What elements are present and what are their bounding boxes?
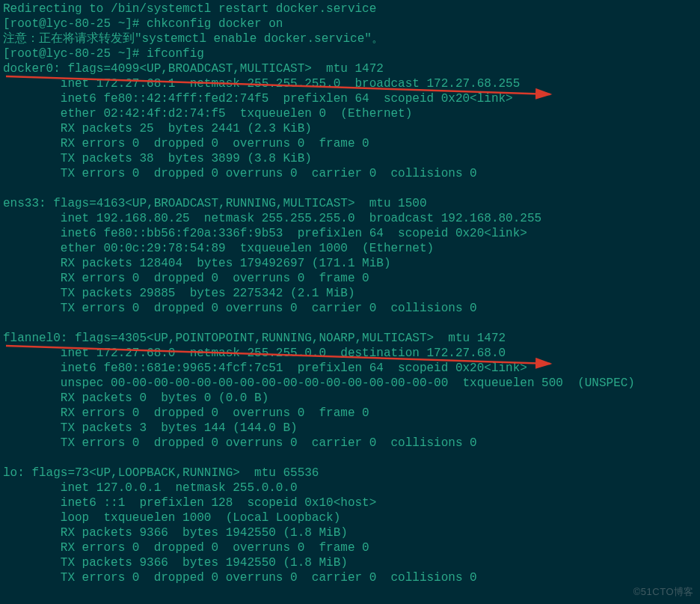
terminal-line	[3, 451, 697, 466]
terminal-line: RX errors 0 dropped 0 overruns 0 frame 0	[3, 406, 697, 421]
terminal-line: RX errors 0 dropped 0 overruns 0 frame 0	[3, 271, 697, 286]
terminal-line: inet 172.27.68.0 netmask 255.255.0.0 des…	[3, 346, 697, 361]
terminal-line: inet6 ::1 prefixlen 128 scopeid 0x10<hos…	[3, 495, 697, 510]
terminal-line: RX packets 0 bytes 0 (0.0 B)	[3, 391, 697, 406]
terminal-line: inet6 fe80::bb56:f20a:336f:9b53 prefixle…	[3, 226, 697, 241]
terminal-line: inet6 fe80::681e:9965:4fcf:7c51 prefixle…	[3, 361, 697, 376]
terminal-line: RX errors 0 dropped 0 overruns 0 frame 0	[3, 136, 697, 151]
terminal-line: ether 00:0c:29:78:54:89 txqueuelen 1000 …	[3, 241, 697, 256]
terminal-line: flannel0: flags=4305<UP,POINTOPOINT,RUNN…	[3, 331, 697, 346]
terminal-line: lo: flags=73<UP,LOOPBACK,RUNNING> mtu 65…	[3, 466, 697, 481]
terminal-line: TX errors 0 dropped 0 overruns 0 carrier…	[3, 166, 697, 181]
terminal-line: RX packets 9366 bytes 1942550 (1.8 MiB)	[3, 525, 697, 540]
terminal-line: unspec 00-00-00-00-00-00-00-00-00-00-00-…	[3, 376, 697, 391]
terminal-line	[3, 585, 697, 600]
terminal-line: Redirecting to /bin/systemctl restart do…	[3, 1, 697, 16]
terminal-line: RX packets 25 bytes 2441 (2.3 KiB)	[3, 121, 697, 136]
terminal-line: ether 02:42:4f:d2:74:f5 txqueuelen 0 (Et…	[3, 106, 697, 121]
terminal-line: RX packets 128404 bytes 179492697 (171.1…	[3, 256, 697, 271]
terminal-line: RX errors 0 dropped 0 overruns 0 frame 0	[3, 540, 697, 555]
terminal-line: TX packets 38 bytes 3899 (3.8 KiB)	[3, 151, 697, 166]
terminal-output: Redirecting to /bin/systemctl restart do…	[0, 0, 700, 602]
terminal-line: 注意：正在将请求转发到"systemctl enable docker.serv…	[3, 31, 697, 46]
terminal-line: docker0: flags=4099<UP,BROADCAST,MULTICA…	[3, 61, 697, 76]
terminal-line: TX packets 3 bytes 144 (144.0 B)	[3, 421, 697, 436]
terminal-line: TX errors 0 dropped 0 overruns 0 carrier…	[3, 570, 697, 585]
terminal-line: inet 172.27.68.1 netmask 255.255.255.0 b…	[3, 76, 697, 91]
terminal-line	[3, 316, 697, 331]
terminal-line: inet 192.168.80.25 netmask 255.255.255.0…	[3, 211, 697, 226]
terminal-line: [root@lyc-80-25 ~]# chkconfig docker on	[3, 16, 697, 31]
terminal-line: TX errors 0 dropped 0 overruns 0 carrier…	[3, 436, 697, 451]
terminal-line: [root@lyc-80-25 ~]# ifconfig	[3, 46, 697, 61]
terminal-line	[3, 181, 697, 196]
terminal-line: TX packets 29885 bytes 2275342 (2.1 MiB)	[3, 286, 697, 301]
terminal-line: inet 127.0.0.1 netmask 255.0.0.0	[3, 481, 697, 495]
terminal-line: TX errors 0 dropped 0 overruns 0 carrier…	[3, 301, 697, 316]
watermark-text: ©51CTO博客	[633, 585, 694, 600]
terminal-line: loop txqueuelen 1000 (Local Loopback)	[3, 510, 697, 525]
terminal-line: TX packets 9366 bytes 1942550 (1.8 MiB)	[3, 555, 697, 570]
terminal-line: ens33: flags=4163<UP,BROADCAST,RUNNING,M…	[3, 196, 697, 211]
terminal-line: inet6 fe80::42:4fff:fed2:74f5 prefixlen …	[3, 91, 697, 106]
